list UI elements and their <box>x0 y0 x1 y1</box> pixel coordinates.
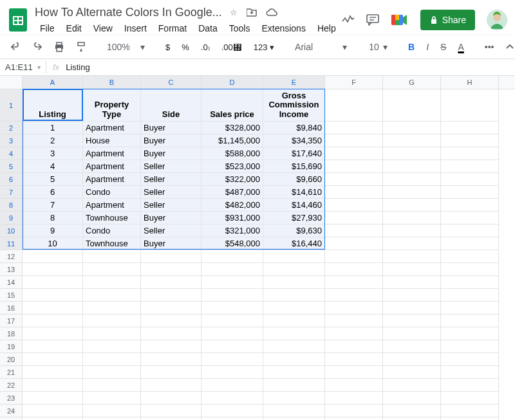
cell[interactable] <box>325 353 383 366</box>
cell[interactable] <box>441 405 499 417</box>
cell[interactable] <box>325 366 383 379</box>
col-header-G[interactable]: G <box>383 76 441 89</box>
cell[interactable] <box>83 417 141 420</box>
cell[interactable] <box>325 186 383 199</box>
menu-help[interactable]: Help <box>312 22 341 35</box>
row-header-7[interactable]: 7 <box>0 186 23 199</box>
cell[interactable]: $321,000 <box>201 224 263 237</box>
cell[interactable] <box>441 237 499 250</box>
cell[interactable] <box>23 392 83 405</box>
cell[interactable] <box>263 327 325 340</box>
cell[interactable] <box>83 302 141 315</box>
move-icon[interactable] <box>247 8 257 17</box>
cell[interactable] <box>383 122 441 134</box>
cell[interactable]: Townhouse <box>83 237 141 250</box>
format-currency-button[interactable]: $ <box>162 40 174 55</box>
cell[interactable]: Apartment <box>83 147 141 160</box>
cell[interactable] <box>23 379 83 392</box>
share-button[interactable]: Share <box>420 10 475 30</box>
cell[interactable] <box>201 405 263 417</box>
cell[interactable]: $482,000 <box>201 199 263 212</box>
cell[interactable] <box>383 134 441 147</box>
toolbar-more-button[interactable]: ••• <box>481 39 498 55</box>
sheets-logo[interactable] <box>5 7 31 33</box>
cell[interactable] <box>263 289 325 302</box>
cell[interactable] <box>141 263 201 276</box>
cell[interactable] <box>383 199 441 212</box>
menu-extensions[interactable]: Extensions <box>256 22 310 35</box>
cell[interactable]: $9,660 <box>263 173 325 186</box>
cloud-status-icon[interactable] <box>266 8 277 17</box>
activity-icon[interactable] <box>342 15 355 25</box>
cell[interactable]: $9,630 <box>263 224 325 237</box>
col-header-D[interactable]: D <box>201 76 263 89</box>
cell[interactable] <box>325 405 383 417</box>
row-header-13[interactable]: 13 <box>0 263 23 276</box>
star-icon[interactable]: ☆ <box>230 8 238 17</box>
cell[interactable] <box>441 173 499 186</box>
cell[interactable] <box>325 315 383 327</box>
cell[interactable] <box>83 276 141 289</box>
cell[interactable]: $14,460 <box>263 199 325 212</box>
cell[interactable] <box>441 212 499 224</box>
row-header-19[interactable]: 19 <box>0 340 23 353</box>
cell[interactable] <box>263 263 325 276</box>
cell[interactable]: Apartment <box>83 122 141 134</box>
row-header-10[interactable]: 10 <box>0 224 23 237</box>
cell[interactable] <box>383 89 441 122</box>
cell[interactable]: Buyer <box>141 237 201 250</box>
cell[interactable]: Side <box>141 89 201 122</box>
cell[interactable] <box>83 315 141 327</box>
col-header-E[interactable]: E <box>263 76 325 89</box>
name-box[interactable]: A1:E11▾ <box>0 61 46 73</box>
cell[interactable]: $1,145,000 <box>201 134 263 147</box>
cell[interactable] <box>23 417 83 420</box>
cell[interactable] <box>83 327 141 340</box>
row-header-14[interactable]: 14 <box>0 276 23 289</box>
cell[interactable] <box>325 327 383 340</box>
print-button[interactable] <box>50 39 68 55</box>
bold-button[interactable]: B <box>404 39 418 55</box>
cell[interactable] <box>141 315 201 327</box>
cell[interactable] <box>325 289 383 302</box>
font-select[interactable]: Arial▾ <box>291 39 351 55</box>
row-header-11[interactable]: 11 <box>0 237 23 250</box>
cell[interactable] <box>383 263 441 276</box>
cell[interactable] <box>325 199 383 212</box>
cell[interactable] <box>325 302 383 315</box>
cell[interactable] <box>263 379 325 392</box>
cell[interactable]: $9,840 <box>263 122 325 134</box>
cell[interactable] <box>23 315 83 327</box>
undo-button[interactable] <box>6 40 24 54</box>
cell[interactable] <box>383 340 441 353</box>
menu-insert[interactable]: Insert <box>119 22 152 35</box>
cell[interactable] <box>83 405 141 417</box>
menu-format[interactable]: Format <box>153 22 192 35</box>
cell[interactable] <box>325 212 383 224</box>
col-header-C[interactable]: C <box>141 76 201 89</box>
row-header-2[interactable]: 2 <box>0 122 23 134</box>
cell[interactable] <box>383 250 441 263</box>
cell[interactable] <box>141 250 201 263</box>
cell[interactable] <box>383 327 441 340</box>
cell[interactable] <box>263 417 325 420</box>
cell[interactable] <box>141 340 201 353</box>
cell[interactable] <box>263 302 325 315</box>
cell[interactable] <box>441 122 499 134</box>
cell[interactable] <box>263 250 325 263</box>
paint-format-button[interactable] <box>72 39 90 55</box>
cell[interactable] <box>441 147 499 160</box>
cell[interactable] <box>263 276 325 289</box>
menu-file[interactable]: File <box>35 22 60 35</box>
text-color-button[interactable]: A <box>454 39 467 55</box>
cell[interactable] <box>325 392 383 405</box>
cell[interactable]: $15,690 <box>263 160 325 173</box>
cell[interactable] <box>141 276 201 289</box>
cell[interactable]: Buyer <box>141 122 201 134</box>
cell[interactable] <box>441 366 499 379</box>
cell[interactable] <box>263 340 325 353</box>
cell[interactable] <box>201 276 263 289</box>
cell[interactable] <box>23 289 83 302</box>
col-header-F[interactable]: F <box>325 76 383 89</box>
cell[interactable]: Buyer <box>141 134 201 147</box>
